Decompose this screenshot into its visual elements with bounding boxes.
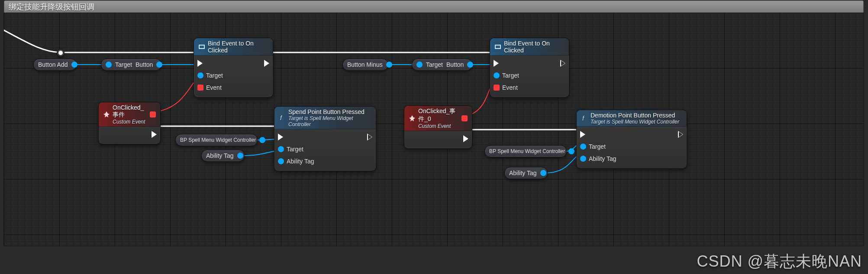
svg-rect-1 <box>200 46 204 48</box>
svg-rect-4 <box>496 46 500 48</box>
exec-in-pin[interactable] <box>197 60 203 67</box>
comment-title[interactable]: 绑定技能升降级按钮回调 <box>4 0 864 13</box>
output-pin[interactable] <box>71 62 77 68</box>
exec-in-pin[interactable] <box>580 131 585 138</box>
output-pin[interactable] <box>540 170 546 176</box>
node-header[interactable]: Bind Event to On Clicked <box>490 38 569 55</box>
conversion-target-button-2[interactable]: Target Button <box>412 59 472 71</box>
output-pin[interactable] <box>568 148 574 154</box>
target-pin[interactable] <box>494 72 500 78</box>
node-bind-event-onclicked-1[interactable]: Bind Event to On Clicked Target Event <box>194 38 273 98</box>
pin-label: Event <box>206 84 222 91</box>
target-pin[interactable] <box>278 146 284 152</box>
event-icon <box>103 111 110 118</box>
node-header[interactable]: OnClicked_事件_0 Custom Event <box>404 106 472 131</box>
event-pin[interactable] <box>494 85 500 91</box>
pin-label: Target <box>287 146 303 153</box>
node-subtitle: Custom Event <box>418 123 459 129</box>
bind-icon <box>198 43 205 50</box>
exec-in-pin[interactable] <box>494 60 499 67</box>
node-title: Spend Point Button Pressed <box>288 108 365 115</box>
output-pin[interactable] <box>467 62 473 68</box>
node-title: Demotion Point Button Pressed <box>590 112 675 119</box>
node-bind-event-onclicked-2[interactable]: Bind Event to On Clicked Target Event <box>490 38 569 98</box>
variable-controller-2[interactable]: BP Spell Menu Widget Controller <box>484 145 567 157</box>
conversion-target-button-1[interactable]: Target Button <box>101 59 161 71</box>
pin-label: Target <box>206 72 223 79</box>
node-demotion-point-button-pressed[interactable]: f Demotion Point Button Pressed Target i… <box>576 110 687 169</box>
exec-out-pin[interactable] <box>678 131 683 138</box>
watermark: CSDN @暮志未晚NAN <box>697 251 862 272</box>
input-pin[interactable] <box>416 62 423 68</box>
event-pin[interactable] <box>197 85 203 91</box>
node-header[interactable]: OnClicked_事件 Custom Event <box>99 102 160 127</box>
node-header[interactable]: f Demotion Point Button Pressed Target i… <box>577 110 687 127</box>
pin-label: Target <box>502 72 519 79</box>
svg-text:f: f <box>280 114 283 121</box>
variable-button-minus[interactable]: Button Minus <box>342 59 388 71</box>
ability-tag-pin[interactable] <box>580 156 586 162</box>
node-title: Bind Event to On Clicked <box>208 40 268 54</box>
pill-label: BP Spell Menu Widget Controller <box>180 137 256 143</box>
function-icon: f <box>279 114 286 121</box>
exec-in-pin[interactable] <box>278 134 283 140</box>
target-pin[interactable] <box>580 144 586 150</box>
pin-label: Target <box>589 143 606 150</box>
node-spend-point-button-pressed[interactable]: f Spend Point Button Pressed Target is S… <box>274 106 376 171</box>
exec-out-pin[interactable] <box>367 134 372 140</box>
exec-out-pin[interactable] <box>264 60 269 67</box>
output-pin[interactable] <box>386 62 392 68</box>
node-title: OnClicked_事件_0 <box>418 108 455 122</box>
exec-pin[interactable] <box>58 51 63 55</box>
input-pin[interactable] <box>106 62 112 68</box>
pill-label-button: Button <box>136 61 153 68</box>
node-header[interactable]: Bind Event to On Clicked <box>194 38 273 55</box>
pin-label: Ability Tag <box>287 158 314 165</box>
exec-out-pin[interactable] <box>463 135 468 142</box>
node-subtitle: Target is Spell Menu Widget Controller <box>288 115 371 127</box>
svg-text:f: f <box>582 115 585 122</box>
output-pin[interactable] <box>156 62 162 68</box>
node-subtitle: Target is Spell Menu Widget Controller <box>590 119 679 125</box>
pill-label: BP Spell Menu Widget Controller <box>489 148 565 154</box>
pill-label-target: Target <box>115 61 132 68</box>
pill-label: Ability Tag <box>509 170 537 176</box>
ability-tag-pin[interactable] <box>278 158 284 164</box>
node-custom-event-onclicked-2[interactable]: OnClicked_事件_0 Custom Event <box>404 105 472 149</box>
node-title: OnClicked_事件 <box>113 104 144 118</box>
output-pin[interactable] <box>259 137 265 143</box>
node-subtitle: Custom Event <box>113 119 147 125</box>
pill-label: Button Add <box>38 61 68 68</box>
variable-ability-tag-1[interactable]: Ability Tag <box>201 150 245 162</box>
pill-label-button: Button <box>446 61 464 68</box>
exec-out-pin[interactable] <box>152 131 157 138</box>
bind-icon <box>494 43 501 50</box>
event-icon <box>409 115 416 122</box>
pill-label: Button Minus <box>347 61 383 68</box>
exec-out-pin[interactable] <box>560 60 565 67</box>
node-title: Bind Event to On Clicked <box>504 40 565 54</box>
delegate-out-pin[interactable] <box>461 115 468 121</box>
variable-ability-tag-2[interactable]: Ability Tag <box>504 167 548 179</box>
output-pin[interactable] <box>237 153 243 159</box>
delegate-out-pin[interactable] <box>150 111 156 117</box>
pill-label-target: Target <box>426 61 443 68</box>
pill-label: Ability Tag <box>206 152 234 159</box>
target-pin[interactable] <box>197 72 203 78</box>
reroute-node[interactable] <box>57 49 65 57</box>
node-custom-event-onclicked-1[interactable]: OnClicked_事件 Custom Event <box>98 102 161 144</box>
pin-label: Event <box>502 84 518 91</box>
blueprint-graph[interactable]: 绑定技能升降级按钮回调 Butt <box>3 12 864 246</box>
variable-button-add[interactable]: Button Add <box>33 59 77 71</box>
pin-label: Ability Tag <box>589 155 616 162</box>
variable-controller-1[interactable]: BP Spell Menu Widget Controller <box>175 134 258 146</box>
function-icon: f <box>581 115 588 122</box>
node-header[interactable]: f Spend Point Button Pressed Target is S… <box>274 107 376 129</box>
